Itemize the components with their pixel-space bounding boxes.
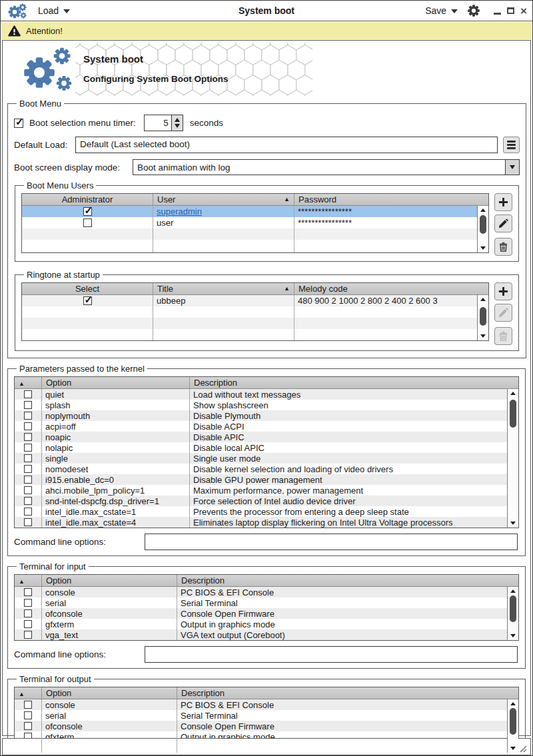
option-checkbox[interactable] (24, 508, 32, 516)
option-checkbox[interactable] (24, 454, 32, 462)
option-checkbox[interactable] (24, 599, 32, 607)
kernel-cmdline-input[interactable] (145, 534, 518, 550)
table-row[interactable]: i915.enable_dc=0 Disable GPU power manag… (15, 474, 518, 485)
kernel-table-scrollbar[interactable] (507, 389, 518, 528)
table-row[interactable]: superadmin **************** (22, 206, 488, 217)
option-checkbox[interactable] (24, 711, 32, 719)
table-row[interactable]: ofconsole Console Open Firmware (15, 608, 518, 619)
delete-ringtone-button[interactable] (494, 327, 512, 345)
table-row[interactable]: vga_text VGA text output (Coreboot) (15, 629, 518, 640)
default-load-list-button[interactable] (503, 137, 520, 153)
table-row[interactable]: ahci.mobile_lpm_policy=1 Maximum perform… (15, 485, 518, 496)
table-row[interactable]: snd-intel-dspcfg.dsp_driver=1 Force sele… (15, 496, 518, 506)
save-menu-button[interactable]: Save (425, 5, 458, 16)
user-name[interactable]: user (157, 218, 173, 228)
column-header-checked[interactable]: ▲ (15, 377, 41, 388)
add-user-button[interactable] (494, 193, 512, 211)
terminal-input-scrollbar[interactable] (507, 587, 518, 640)
option-checkbox[interactable] (24, 465, 32, 473)
option-checkbox[interactable] (24, 518, 32, 526)
combo-arrow-icon[interactable] (505, 160, 519, 175)
table-row[interactable]: noapic Disable APIC (15, 432, 518, 442)
table-row[interactable]: splash Show splashscreen (15, 400, 518, 410)
option-checkbox[interactable] (24, 588, 32, 596)
column-header-melody[interactable]: Melody code (294, 283, 488, 294)
load-menu-button[interactable]: Load (38, 5, 70, 16)
maximize-icon[interactable] (507, 7, 514, 14)
select-checkbox[interactable] (83, 296, 92, 305)
table-row[interactable]: serial Serial Terminal (15, 597, 518, 608)
option-checkbox[interactable] (24, 433, 32, 441)
scrollbar-thumb[interactable] (480, 215, 486, 234)
timer-checkbox[interactable] (14, 119, 23, 128)
resize-grip[interactable] (518, 745, 528, 753)
column-header-administrator[interactable]: Administrator (22, 194, 153, 205)
display-mode-select[interactable]: Boot animation with log (133, 159, 520, 175)
edit-user-button[interactable] (494, 214, 512, 232)
option-checkbox[interactable] (24, 497, 32, 505)
column-header-description[interactable]: Description (189, 377, 518, 388)
edit-ringtone-button[interactable] (494, 304, 512, 322)
column-header-title[interactable]: Title▲ (153, 283, 294, 294)
table-row[interactable]: quiet Load without text messages (15, 389, 518, 400)
table-row[interactable]: noplymouth Disable Plymouth (15, 410, 518, 421)
option-checkbox[interactable] (24, 620, 32, 628)
column-header-select[interactable]: Select (22, 283, 153, 294)
scrollbar-thumb[interactable] (510, 595, 516, 622)
column-header-option[interactable]: Option (41, 687, 177, 699)
settings-gear-icon[interactable] (467, 4, 480, 17)
table-row[interactable]: console PC BIOS & EFI Console (15, 587, 518, 597)
column-header-description[interactable]: Description (177, 687, 518, 699)
table-row[interactable]: acpi=off Disable ACPI (15, 421, 518, 432)
option-checkbox[interactable] (24, 422, 32, 430)
column-header-option[interactable]: Option (41, 377, 189, 388)
column-header-checked[interactable]: ▲ (15, 575, 41, 586)
scroll-up-icon (508, 699, 518, 708)
default-load-input[interactable]: Default (Last selected boot) (75, 137, 498, 153)
admin-checkbox[interactable] (83, 207, 92, 216)
timer-value[interactable]: 5 (145, 115, 171, 131)
option-checkbox[interactable] (24, 631, 32, 639)
table-row[interactable]: serial Serial Terminal (15, 710, 518, 721)
column-header-checked[interactable]: ▲ (15, 687, 41, 699)
table-row[interactable]: ubbeep 480 900 2 1000 2 800 2 400 2 600 … (22, 295, 488, 306)
spinner-arrows-icon[interactable] (171, 115, 183, 131)
timer-spinner[interactable]: 5 (144, 115, 183, 131)
table-row[interactable]: nomodeset Disable kernel selection and l… (15, 464, 518, 474)
table-row[interactable]: intel_idle.max_cstate=1 Prevents the pro… (15, 506, 518, 517)
table-row[interactable]: user **************** (22, 217, 488, 228)
warning-icon (8, 25, 21, 37)
option-checkbox[interactable] (24, 390, 32, 398)
close-icon[interactable]: × (520, 5, 527, 17)
column-header-user[interactable]: User▲ (153, 194, 294, 205)
table-row[interactable]: ofconsole Console Open Firmware (15, 721, 518, 731)
user-name[interactable]: superadmin (157, 206, 202, 216)
option-checkbox[interactable] (24, 486, 32, 494)
option-checkbox[interactable] (24, 444, 32, 452)
column-header-description[interactable]: Description (177, 575, 518, 586)
table-row[interactable]: gfxterm Output in graphics mode (15, 619, 518, 629)
option-checkbox[interactable] (24, 412, 32, 420)
table-row[interactable]: single Single user mode (15, 453, 518, 464)
scrollbar-thumb[interactable] (480, 307, 486, 326)
minimize-icon[interactable] (494, 13, 501, 15)
table-row[interactable]: nolapic Disable local APIC (15, 442, 518, 453)
option-checkbox[interactable] (24, 701, 32, 709)
option-checkbox[interactable] (24, 609, 32, 617)
table-row[interactable]: intel_idle.max_cstate=4 Eliminates lapto… (15, 517, 518, 528)
scrollbar-thumb[interactable] (510, 400, 516, 428)
column-header-password[interactable]: Password (294, 194, 488, 205)
users-table-scrollbar[interactable] (477, 206, 488, 252)
option-checkbox[interactable] (24, 722, 32, 730)
terminal-output-scrollbar[interactable] (507, 699, 518, 753)
add-ringtone-button[interactable] (494, 282, 512, 300)
table-row[interactable]: console PC BIOS & EFI Console (15, 699, 518, 710)
option-checkbox[interactable] (24, 476, 32, 484)
scrollbar-thumb[interactable] (510, 708, 516, 735)
column-header-option[interactable]: Option (41, 575, 177, 586)
ringtone-table-scrollbar[interactable] (477, 295, 488, 340)
terminal-input-cmdline-input[interactable] (145, 646, 518, 663)
admin-checkbox[interactable] (83, 218, 92, 227)
delete-user-button[interactable] (494, 238, 512, 256)
option-checkbox[interactable] (24, 401, 32, 409)
